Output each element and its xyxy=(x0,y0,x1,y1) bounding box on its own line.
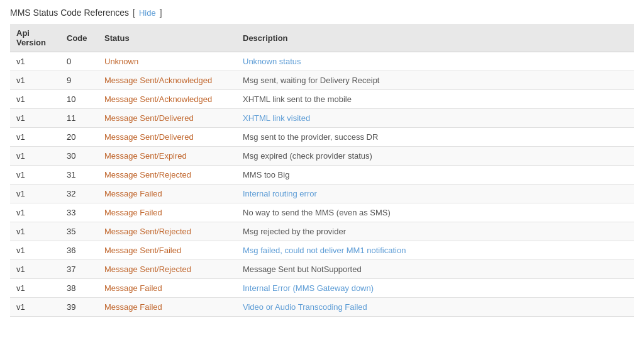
cell-desc: Msg sent to the provider, success DR xyxy=(236,128,634,147)
cell-code: 36 xyxy=(60,241,98,260)
cell-desc: Internal routing error xyxy=(236,185,634,203)
cell-code: 10 xyxy=(60,90,98,109)
cell-code: 32 xyxy=(60,185,98,203)
cell-api: v1 xyxy=(10,71,60,90)
cell-code: 38 xyxy=(60,279,98,298)
cell-status: Message Sent/Failed xyxy=(98,241,236,260)
table-row: v131Message Sent/RejectedMMS too Big xyxy=(10,166,634,185)
cell-api: v1 xyxy=(10,52,60,71)
cell-status: Unknown xyxy=(98,52,236,71)
col-header-status: Status xyxy=(98,24,236,52)
cell-desc: XHTML link sent to the mobile xyxy=(236,90,634,109)
cell-status: Message Failed xyxy=(98,298,236,317)
cell-status: Message Sent/Expired xyxy=(98,147,236,166)
table-row: v110Message Sent/AcknowledgedXHTML link … xyxy=(10,90,634,109)
cell-code: 39 xyxy=(60,298,98,317)
brackets-open: [ xyxy=(133,8,135,18)
page-title: MMS Status Code References xyxy=(10,8,129,18)
table-row: v135Message Sent/RejectedMsg rejected by… xyxy=(10,222,634,241)
cell-code: 31 xyxy=(60,166,98,185)
cell-status: Message Sent/Delivered xyxy=(98,109,236,128)
table-row: v138Message FailedInternal Error (MMS Ga… xyxy=(10,279,634,298)
cell-desc: Msg expired (check provider status) xyxy=(236,147,634,166)
cell-desc: Internal Error (MMS Gateway down) xyxy=(236,279,634,298)
cell-api: v1 xyxy=(10,147,60,166)
cell-code: 9 xyxy=(60,71,98,90)
cell-api: v1 xyxy=(10,260,60,279)
table-row: v133Message FailedNo way to send the MMS… xyxy=(10,203,634,222)
cell-status: Message Failed xyxy=(98,279,236,298)
col-header-desc: Description xyxy=(236,24,634,52)
cell-code: 30 xyxy=(60,147,98,166)
page-container: MMS Status Code References [ Hide ] Api … xyxy=(0,0,644,364)
cell-api: v1 xyxy=(10,203,60,222)
table-header-row: Api Version Code Status Description xyxy=(10,24,634,52)
col-header-api: Api Version xyxy=(10,24,60,52)
cell-api: v1 xyxy=(10,128,60,147)
cell-desc: Msg failed, could not deliver MM1 notifi… xyxy=(236,241,634,260)
cell-status: Message Failed xyxy=(98,185,236,203)
col-header-code: Code xyxy=(60,24,98,52)
cell-status: Message Failed xyxy=(98,203,236,222)
status-table: Api Version Code Status Description v10U… xyxy=(10,24,634,317)
cell-desc: Unknown status xyxy=(236,52,634,71)
cell-status: Message Sent/Acknowledged xyxy=(98,90,236,109)
table-row: v130Message Sent/ExpiredMsg expired (che… xyxy=(10,147,634,166)
cell-api: v1 xyxy=(10,90,60,109)
cell-status: Message Sent/Rejected xyxy=(98,260,236,279)
table-row: v136Message Sent/FailedMsg failed, could… xyxy=(10,241,634,260)
cell-api: v1 xyxy=(10,241,60,260)
cell-status: Message Sent/Acknowledged xyxy=(98,71,236,90)
cell-status: Message Sent/Rejected xyxy=(98,166,236,185)
cell-desc: No way to send the MMS (even as SMS) xyxy=(236,203,634,222)
cell-desc: Video or Audio Transcoding Failed xyxy=(236,298,634,317)
table-row: v139Message FailedVideo or Audio Transco… xyxy=(10,298,634,317)
cell-status: Message Sent/Rejected xyxy=(98,222,236,241)
brackets-close: ] xyxy=(160,8,162,18)
cell-api: v1 xyxy=(10,279,60,298)
cell-code: 20 xyxy=(60,128,98,147)
cell-desc: XHTML link visited xyxy=(236,109,634,128)
cell-desc: Msg sent, waiting for Delivery Receipt xyxy=(236,71,634,90)
cell-code: 35 xyxy=(60,222,98,241)
cell-desc: Msg rejected by the provider xyxy=(236,222,634,241)
table-row: v132Message FailedInternal routing error xyxy=(10,185,634,203)
cell-api: v1 xyxy=(10,185,60,203)
page-title-row: MMS Status Code References [ Hide ] xyxy=(10,8,634,18)
table-row: v10UnknownUnknown status xyxy=(10,52,634,71)
cell-desc: Message Sent but NotSupported xyxy=(236,260,634,279)
table-row: v111Message Sent/DeliveredXHTML link vis… xyxy=(10,109,634,128)
cell-api: v1 xyxy=(10,109,60,128)
cell-api: v1 xyxy=(10,298,60,317)
cell-code: 33 xyxy=(60,203,98,222)
cell-desc: MMS too Big xyxy=(236,166,634,185)
cell-code: 0 xyxy=(60,52,98,71)
cell-status: Message Sent/Delivered xyxy=(98,128,236,147)
cell-code: 37 xyxy=(60,260,98,279)
table-row: v137Message Sent/RejectedMessage Sent bu… xyxy=(10,260,634,279)
table-row: v19Message Sent/AcknowledgedMsg sent, wa… xyxy=(10,71,634,90)
cell-code: 11 xyxy=(60,109,98,128)
cell-api: v1 xyxy=(10,222,60,241)
hide-link[interactable]: Hide xyxy=(139,8,156,18)
table-row: v120Message Sent/DeliveredMsg sent to th… xyxy=(10,128,634,147)
cell-api: v1 xyxy=(10,166,60,185)
